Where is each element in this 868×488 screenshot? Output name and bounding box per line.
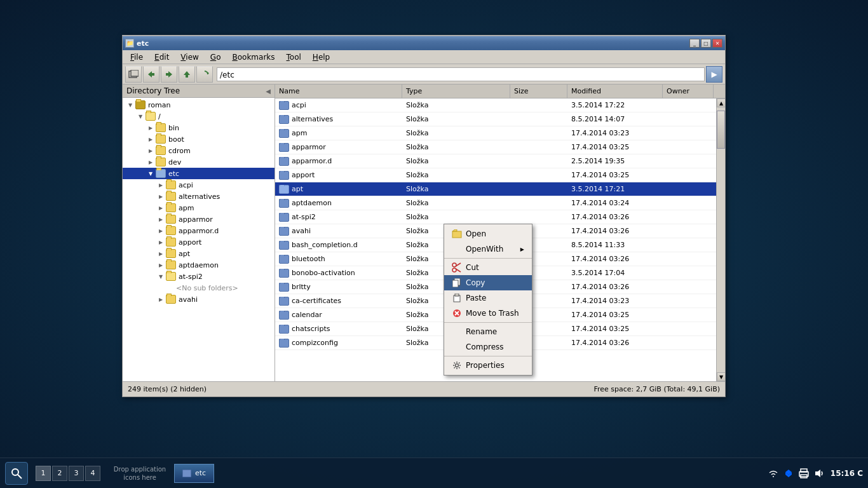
menu-edit[interactable]: Edit (149, 51, 174, 63)
tree-item-acpi[interactable]: ▶ acpi (123, 179, 275, 191)
wifi-icon[interactable] (767, 467, 780, 480)
minimize-button[interactable]: _ (689, 39, 700, 48)
menu-view[interactable]: View (175, 51, 203, 63)
table-row[interactable]: at-spi2 Složka 17.4.2014 03:26 (275, 210, 725, 224)
col-header-type[interactable]: Type (402, 85, 510, 98)
tree-label: cdrom (168, 147, 191, 155)
tree-expander: ▶ (156, 294, 166, 304)
workspace-1[interactable]: 1 (36, 466, 51, 481)
ctx-open[interactable]: Open (444, 226, 532, 241)
tree-item-atspi2[interactable]: ▼ at-spi2 (123, 271, 275, 282)
col-header-owner[interactable]: Owner (663, 85, 714, 98)
menu-file[interactable]: File (125, 51, 148, 63)
svg-marker-2 (148, 71, 152, 78)
volume-icon[interactable] (813, 467, 825, 480)
taskbar-window-icon (182, 470, 191, 477)
ctx-move-to-trash[interactable]: Move to Trash (444, 306, 532, 321)
col-header-name[interactable]: Name (275, 85, 402, 98)
menubar: File Edit View Go Bookmarks Tool Help (123, 50, 725, 64)
ctx-cut[interactable]: Cut (444, 260, 532, 275)
tree-item-apport[interactable]: ▶ apport (123, 236, 275, 248)
workspace-4[interactable]: 4 (85, 466, 100, 481)
titlebar-left: 📁 etc (125, 39, 149, 48)
tree-item-apparmord[interactable]: ▶ apparmor.d (123, 225, 275, 236)
workspace-3[interactable]: 3 (69, 466, 84, 481)
col-header-modified[interactable]: Modified (567, 85, 663, 98)
table-row[interactable]: apt Složka 3.5.2014 17:21 (275, 182, 725, 196)
menu-bookmarks[interactable]: Bookmarks (227, 51, 280, 63)
ctx-openwith[interactable]: OpenWith ▶ (444, 241, 532, 257)
table-row[interactable]: apparmor.d Složka 2.5.2014 19:35 (275, 154, 725, 168)
table-row[interactable]: apport Složka 17.4.2014 03:25 (275, 168, 725, 182)
forward-button[interactable] (161, 66, 177, 83)
tree-item-etc[interactable]: ▼ etc (123, 168, 275, 179)
file-manager-window: 📁 etc _ □ ✕ File Edit View Go Bookmarks … (122, 35, 726, 397)
file-cell-name: apparmor.d (275, 157, 402, 166)
menu-go[interactable]: Go (205, 51, 226, 63)
printer-icon[interactable] (797, 467, 810, 480)
directory-tree-content[interactable]: ▼ roman ▼ / ▶ (123, 98, 275, 381)
taskbar-window-button[interactable]: etc (174, 464, 214, 483)
tree-item-aptdaemon[interactable]: ▶ aptdaemon (123, 259, 275, 271)
tree-item-cdrom[interactable]: ▶ cdrom (123, 145, 275, 156)
file-cell-name: apport (275, 171, 402, 180)
up-button[interactable] (179, 66, 195, 83)
tree-item-apparmor[interactable]: ▶ apparmor (123, 214, 275, 225)
scroll-down-button[interactable]: ▼ (717, 372, 725, 381)
new-window-button[interactable] (125, 66, 142, 83)
folder-icon (279, 129, 289, 138)
dropbox-icon[interactable] (782, 467, 795, 480)
file-list-scrollbar[interactable]: ▲ ▼ (716, 98, 725, 381)
table-row[interactable]: apparmor Složka 17.4.2014 03:25 (275, 140, 725, 154)
tree-item-roman[interactable]: ▼ roman (123, 99, 275, 111)
maximize-button[interactable]: □ (701, 39, 711, 48)
file-name-label: apport (292, 171, 315, 179)
folder-icon (279, 143, 289, 152)
back-button[interactable] (143, 66, 159, 83)
ctx-paste[interactable]: Paste (444, 290, 532, 306)
ctx-compress[interactable]: Compress (444, 339, 532, 355)
table-row[interactable]: acpi Složka 3.5.2014 17:22 (275, 98, 725, 112)
svg-rect-1 (131, 70, 139, 76)
ctx-properties[interactable]: Properties (444, 358, 532, 373)
file-list-header: Name Type Size Modified Owner (275, 85, 725, 98)
menu-help[interactable]: Help (308, 51, 335, 63)
location-bar[interactable]: /etc (217, 67, 705, 81)
tree-folder-icon (166, 226, 176, 235)
tree-item-dev[interactable]: ▶ dev (123, 156, 275, 168)
reload-button[interactable] (196, 66, 213, 83)
menu-tool[interactable]: Tool (281, 51, 306, 63)
file-cell-name: bash_completion.d (275, 241, 402, 250)
close-button[interactable]: ✕ (712, 39, 722, 48)
tree-item-apm[interactable]: ▶ apm (123, 202, 275, 214)
tree-item-apt[interactable]: ▶ apt (123, 248, 275, 259)
tree-folder-icon (156, 158, 166, 166)
scroll-track[interactable] (717, 107, 725, 372)
collapse-button[interactable]: ◀ (266, 88, 271, 95)
go-button[interactable]: ▶ (706, 66, 722, 83)
ctx-copy[interactable]: Copy (444, 275, 532, 290)
table-row[interactable]: alternatives Složka 8.5.2014 14:07 (275, 112, 725, 126)
tree-item-avahi[interactable]: ▶ avahi (123, 294, 275, 305)
scroll-up-button[interactable]: ▲ (717, 98, 725, 107)
col-header-size[interactable]: Size (510, 85, 567, 98)
folder-icon (279, 199, 289, 208)
tree-item-alternatives[interactable]: ▶ alternatives (123, 191, 275, 202)
trash-icon (452, 308, 462, 318)
tree-item-boot[interactable]: ▶ boot (123, 133, 275, 145)
table-row[interactable]: apm Složka 17.4.2014 03:23 (275, 126, 725, 140)
ctx-rename[interactable]: Rename (444, 324, 532, 339)
tree-item-bin[interactable]: ▶ bin (123, 122, 275, 133)
scroll-thumb[interactable] (717, 111, 725, 149)
workspace-2[interactable]: 2 (52, 466, 67, 481)
tree-folder-icon (156, 123, 166, 132)
tree-label: apm (179, 204, 194, 212)
file-cell-modified: 3.5.2014 17:04 (567, 269, 663, 277)
tree-label: roman (148, 101, 170, 109)
file-name-label: alternatives (292, 115, 333, 123)
taskbar-search-icon[interactable] (5, 462, 28, 485)
table-row[interactable]: aptdaemon Složka 17.4.2014 03:24 (275, 196, 725, 210)
file-cell-type: Složka (402, 101, 510, 109)
tree-item-root[interactable]: ▼ / (123, 111, 275, 122)
file-cell-modified: 17.4.2014 03:26 (567, 255, 663, 263)
